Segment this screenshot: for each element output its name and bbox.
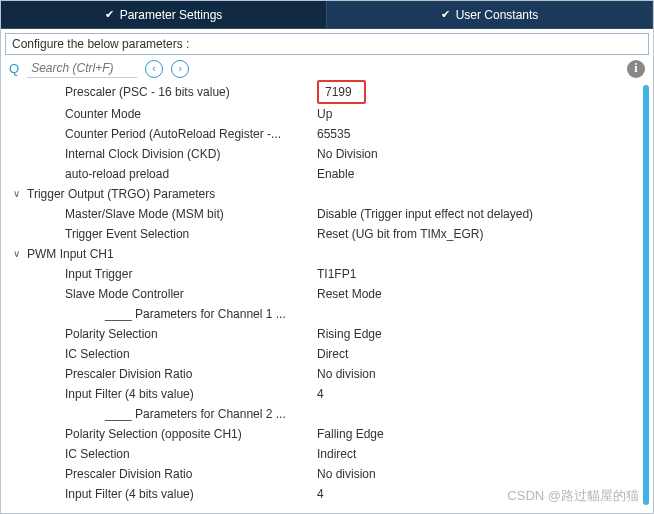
channel1-params-header: ____ Parameters for Channel 1 ...: [9, 304, 309, 324]
param-label[interactable]: Input Trigger: [9, 264, 309, 284]
search-input[interactable]: [27, 59, 137, 78]
param-value[interactable]: 4: [309, 384, 639, 404]
param-label[interactable]: Prescaler (PSC - 16 bits value): [9, 82, 309, 102]
param-label[interactable]: Slave Mode Controller: [9, 284, 309, 304]
param-value[interactable]: No division: [309, 364, 639, 384]
tab-bar: ✔Parameter Settings ✔User Constants: [1, 1, 653, 29]
param-label[interactable]: Internal Clock Division (CKD): [9, 144, 309, 164]
next-arrow-icon[interactable]: ›: [171, 60, 189, 78]
param-value[interactable]: 65535: [309, 124, 639, 144]
prev-arrow-icon[interactable]: ‹: [145, 60, 163, 78]
param-label[interactable]: auto-reload preload: [9, 164, 309, 184]
group-trgo[interactable]: Trigger Output (TRGO) Parameters: [23, 184, 323, 204]
param-label[interactable]: IC Selection: [9, 444, 309, 464]
param-value[interactable]: Up: [309, 104, 639, 124]
param-label[interactable]: Polarity Selection (opposite CH1): [9, 424, 309, 444]
check-icon: ✔: [105, 8, 114, 21]
configure-text: Configure the below parameters :: [5, 33, 649, 55]
param-label[interactable]: Input Filter (4 bits value): [9, 484, 309, 504]
info-icon[interactable]: i: [627, 60, 645, 78]
search-icon[interactable]: Q: [9, 61, 19, 76]
tab-parameter-settings[interactable]: ✔Parameter Settings: [1, 1, 327, 28]
param-value[interactable]: No division: [309, 464, 639, 484]
group-pwm-ch1[interactable]: PWM Input CH1: [23, 244, 323, 264]
param-label[interactable]: Counter Mode: [9, 104, 309, 124]
param-label[interactable]: Trigger Event Selection: [9, 224, 309, 244]
param-value[interactable]: No Division: [309, 144, 639, 164]
toolbar: Q ‹ › i: [1, 55, 653, 80]
param-label[interactable]: Polarity Selection: [9, 324, 309, 344]
param-value[interactable]: Falling Edge: [309, 424, 639, 444]
param-value[interactable]: Direct: [309, 344, 639, 364]
channel2-params-header: ____ Parameters for Channel 2 ...: [9, 404, 309, 424]
param-value[interactable]: Reset (UG bit from TIMx_EGR): [309, 224, 639, 244]
highlight-box: 7199: [317, 80, 366, 104]
param-value[interactable]: Rising Edge: [309, 324, 639, 344]
parameter-tree: Prescaler (PSC - 16 bits value)7199 Coun…: [1, 80, 653, 514]
chevron-down-icon[interactable]: ∨: [9, 184, 23, 204]
param-value[interactable]: Indirect: [309, 444, 639, 464]
param-label[interactable]: Prescaler Division Ratio: [9, 464, 309, 484]
param-value[interactable]: 4: [309, 484, 639, 504]
check-icon: ✔: [441, 8, 450, 21]
param-label[interactable]: Prescaler Division Ratio: [9, 364, 309, 384]
param-label[interactable]: IC Selection: [9, 344, 309, 364]
param-label[interactable]: Counter Period (AutoReload Register -...: [9, 124, 309, 144]
param-value[interactable]: Enable: [309, 164, 639, 184]
param-label[interactable]: Master/Slave Mode (MSM bit): [9, 204, 309, 224]
param-value[interactable]: TI1FP1: [309, 264, 639, 284]
tab-label: User Constants: [456, 8, 539, 22]
param-value[interactable]: 7199: [309, 80, 639, 104]
chevron-down-icon[interactable]: ∨: [9, 244, 23, 264]
tab-label: Parameter Settings: [120, 8, 223, 22]
param-value[interactable]: Reset Mode: [309, 284, 639, 304]
param-label[interactable]: Input Filter (4 bits value): [9, 384, 309, 404]
scrollbar[interactable]: [643, 85, 649, 505]
tab-user-constants[interactable]: ✔User Constants: [327, 1, 653, 28]
param-value[interactable]: Disable (Trigger input effect not delaye…: [309, 204, 639, 224]
